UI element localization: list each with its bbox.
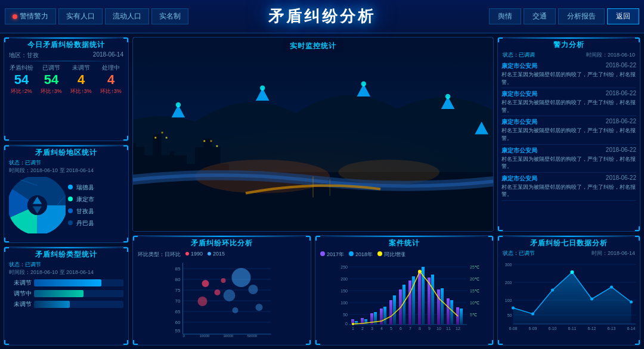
svg-point-58: [256, 304, 263, 311]
svg-point-127: [551, 289, 554, 292]
svg-text:10: 10: [436, 326, 441, 331]
type-timerange: 时间段：2018-06-10 至 2018-06-14: [4, 269, 128, 276]
pie-label-2: 甘孜县: [68, 207, 94, 216]
case-chart-svg: 250 200 150 100 50 0 25℃ 20℃ 15℃ 10℃ 5℃: [315, 260, 493, 331]
svg-point-57: [249, 285, 258, 294]
svg-text:4: 4: [380, 326, 383, 331]
svg-text:8: 8: [419, 326, 421, 331]
svg-text:6-08: 6-08: [509, 326, 517, 331]
header-right-tabs: 舆情 交通 分析报告 返回: [489, 8, 644, 24]
pie-label-1: 康定市: [68, 195, 94, 204]
type-bar-chart: 未调节 调节中 未调节: [4, 276, 128, 313]
svg-rect-97: [447, 298, 450, 325]
svg-text:0: 0: [183, 334, 185, 337]
svg-point-30: [445, 94, 450, 99]
svg-text:3: 3: [371, 326, 373, 331]
city-map-visual: [133, 38, 493, 231]
svg-rect-14: [154, 137, 156, 139]
stat-unresolved: 未调节 4 环比↑3%: [69, 64, 94, 95]
alert-item-2[interactable]: 康定市公安局 2018-06-22 村名王某因为被隔壁邻居的狗咬了，严生了纠纷，…: [501, 116, 636, 144]
svg-point-128: [571, 270, 574, 274]
tab-public-opinion[interactable]: 舆情: [489, 8, 521, 24]
region-stats-card: 矛盾纠纷地区统计 状态：已调节 时间段：2018-06-10 至 2018-06…: [4, 145, 129, 243]
svg-point-28: [260, 86, 265, 91]
svg-text:200: 200: [505, 281, 512, 285]
svg-text:15℃: 15℃: [470, 289, 479, 293]
alert-item-0[interactable]: 康定市公安局 2018-06-22 村名王某因为被隔壁邻居的狗咬了，严生了纠纷，…: [501, 60, 636, 88]
tab-actual-population[interactable]: 实有人口: [58, 8, 103, 24]
page-title: 矛盾纠纷分析: [268, 6, 376, 27]
alert-status: 状态：已调调: [503, 51, 535, 59]
monitor-map-card: 实时监控统计: [132, 37, 494, 232]
svg-text:80: 80: [175, 277, 181, 282]
svg-point-102: [418, 270, 422, 273]
svg-rect-18: [210, 140, 212, 142]
svg-text:6-12: 6-12: [587, 326, 596, 331]
svg-text:50: 50: [343, 313, 348, 317]
bubble-legend: 环比类型：日环比 1990 2015: [133, 250, 311, 260]
region-status: 状态：已调节: [4, 159, 128, 167]
seven-day-title: 矛盾纠纷七日数据分析: [498, 236, 640, 250]
seven-day-card: 矛盾纠纷七日数据分析 状态：已调节 时间：2018-06-14 300 200 …: [497, 235, 640, 345]
svg-text:150: 150: [340, 289, 348, 293]
type-stats-card: 矛盾纠纷类型统计 状态：已调节 时间段：2018-06-10 至 2018-06…: [4, 247, 129, 345]
bar-row-0: 未调节: [9, 279, 123, 287]
bubble-title: 矛盾纠纷环比分析: [133, 236, 311, 250]
monitor-title: 实时监控统计: [283, 40, 343, 52]
svg-text:70: 70: [175, 298, 181, 304]
seven-day-time: 时间：2018-06-14: [592, 250, 635, 257]
tab-real-name[interactable]: 实名制: [151, 8, 188, 24]
svg-text:85: 85: [175, 266, 181, 272]
svg-rect-80: [364, 319, 367, 325]
pie-labels: 瑞德县 康定市 甘孜县 丹巴县: [68, 183, 94, 228]
pie-chart: [9, 177, 66, 233]
svg-text:10℃: 10℃: [470, 301, 479, 305]
region-stats-title: 矛盾纠纷地区统计: [4, 145, 128, 159]
svg-rect-15: [162, 132, 163, 133]
alert-item-4[interactable]: 康定市公安局 2018-06-22 村名王某因为被隔壁邻居的狗咬了，严生了纠纷，…: [501, 173, 636, 201]
svg-rect-96: [441, 288, 444, 325]
svg-text:6-10: 6-10: [548, 326, 556, 331]
svg-text:11: 11: [446, 326, 451, 331]
type-status: 状态：已调节: [4, 261, 128, 269]
stats-date: 2018-06-14: [93, 51, 123, 60]
tab-analysis-report[interactable]: 分析报告: [558, 8, 605, 24]
svg-rect-17: [203, 140, 205, 142]
svg-rect-82: [374, 312, 377, 325]
pie-label-0: 瑞德县: [68, 183, 94, 192]
tab-alert-force[interactable]: 警情警力: [5, 8, 56, 24]
svg-point-29: [361, 81, 366, 86]
svg-text:5℃: 5℃: [470, 313, 477, 317]
svg-text:100: 100: [340, 301, 348, 305]
seven-day-chart-svg: 300 200 100 50: [498, 257, 640, 341]
svg-text:12: 12: [456, 326, 460, 331]
tab-traffic[interactable]: 交通: [524, 8, 556, 24]
svg-text:7: 7: [409, 326, 411, 331]
header: 警情警力 实有人口 流动人口 实名制 矛盾纠纷分析 舆情 交通 分析报告 返回: [0, 0, 644, 33]
tab-return[interactable]: 返回: [607, 8, 639, 24]
region-timerange: 时间段：2018-06-10 至 2018-06-14: [4, 167, 128, 174]
bubble-chart-svg: 85 80 75 70 65 60 55: [133, 260, 311, 337]
daily-stats-card: 今日矛盾纠纷数据统计 地区：甘孜 2018-06-14 矛盾纠纷 54 环比↑2…: [4, 37, 129, 141]
svg-point-130: [610, 286, 613, 289]
svg-text:100: 100: [505, 298, 512, 303]
svg-point-54: [221, 278, 226, 283]
svg-rect-19: [216, 145, 218, 147]
svg-text:65: 65: [175, 309, 181, 314]
svg-rect-86: [393, 295, 396, 325]
tab-floating-population[interactable]: 流动人口: [105, 8, 149, 24]
bottom-center-panels: 矛盾纠纷环比分析 环比类型：日环比 1990 2015 85 80 75 70 …: [132, 235, 494, 345]
alert-analysis-card: 警力分析 状态：已调调 时间段：2018-06-10 康定市公安局 2018-0…: [497, 37, 640, 232]
svg-point-125: [512, 307, 515, 310]
svg-rect-100: [460, 309, 463, 325]
svg-rect-81: [370, 313, 373, 325]
svg-text:1: 1: [352, 326, 354, 331]
svg-text:0: 0: [345, 322, 348, 326]
svg-text:50000: 50000: [247, 334, 258, 337]
svg-rect-83: [380, 309, 383, 325]
svg-point-126: [531, 313, 534, 316]
alert-item-3[interactable]: 康定市公安局 2018-06-22 村名王某因为被隔壁邻居的狗咬了，严生了纠纷，…: [501, 145, 636, 173]
svg-text:6-09: 6-09: [528, 326, 537, 331]
region-label: 地区：甘孜: [9, 51, 39, 60]
alert-item-1[interactable]: 康定市公安局 2018-06-22 村名王某因为被隔壁邻居的狗咬了，严生了纠纷，…: [501, 88, 636, 116]
